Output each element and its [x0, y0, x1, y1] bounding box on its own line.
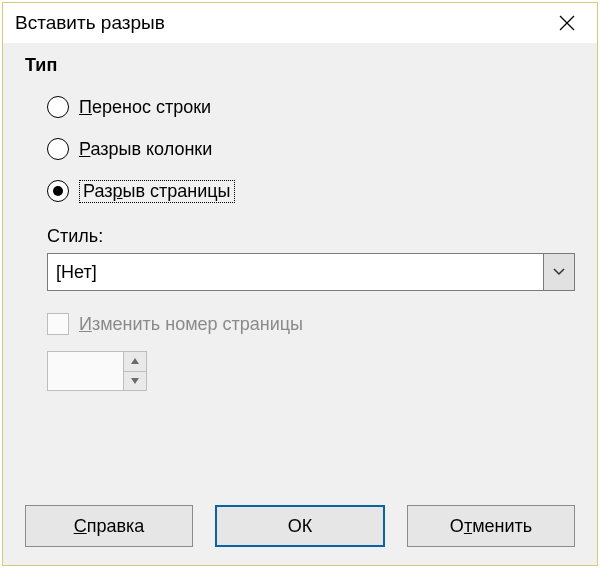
dialog-button-row: Справка ОК Отменить [3, 505, 597, 565]
page-number-spinner[interactable] [47, 351, 147, 391]
dialog-title: Вставить разрыв [15, 12, 547, 34]
radio-icon [47, 96, 69, 118]
style-dropdown-button[interactable] [543, 254, 574, 290]
button-label: Отменить [450, 516, 532, 537]
radio-label: Перенос строки [79, 97, 211, 118]
radio-icon [47, 138, 69, 160]
caret-down-icon [131, 378, 139, 384]
button-label: ОК [288, 516, 313, 537]
titlebar: Вставить разрыв [3, 3, 597, 43]
radio-icon [47, 180, 69, 202]
svg-marker-3 [131, 378, 139, 384]
svg-marker-2 [131, 358, 139, 364]
ok-button[interactable]: ОК [215, 505, 385, 547]
radio-label: Разрыв колонки [79, 139, 212, 160]
spinner-buttons [123, 352, 146, 390]
caret-up-icon [131, 358, 139, 364]
radio-line-break[interactable]: Перенос строки [47, 86, 575, 128]
cancel-button[interactable]: Отменить [407, 505, 575, 547]
spinner-down-button[interactable] [124, 372, 146, 391]
close-icon [559, 15, 575, 31]
radio-label: Разрыв страницы [79, 180, 235, 203]
change-page-number-checkbox[interactable] [47, 313, 69, 335]
radio-page-break[interactable]: Разрыв страницы [47, 170, 575, 212]
dialog-body: Тип Перенос строки Разрыв колонки Разрыв… [3, 43, 597, 505]
change-page-number-row: Изменить номер страницы [47, 313, 575, 335]
style-section: Стиль: [Нет] [47, 226, 575, 291]
style-dropdown-value: [Нет] [48, 254, 543, 290]
chevron-down-icon [553, 268, 565, 276]
button-label: Справка [74, 516, 145, 537]
close-button[interactable] [547, 3, 587, 43]
style-dropdown[interactable]: [Нет] [47, 253, 575, 291]
style-label: Стиль: [47, 226, 575, 247]
radio-selected-dot [53, 186, 63, 196]
insert-break-dialog: Вставить разрыв Тип Перенос строки Разры… [2, 2, 598, 566]
change-page-number-label: Изменить номер страницы [79, 314, 303, 335]
page-number-field[interactable] [48, 352, 123, 390]
help-button[interactable]: Справка [25, 505, 193, 547]
radio-column-break[interactable]: Разрыв колонки [47, 128, 575, 170]
type-group-label: Тип [25, 55, 575, 76]
break-type-radio-group: Перенос строки Разрыв колонки Разрыв стр… [47, 86, 575, 212]
spinner-up-button[interactable] [124, 352, 146, 372]
